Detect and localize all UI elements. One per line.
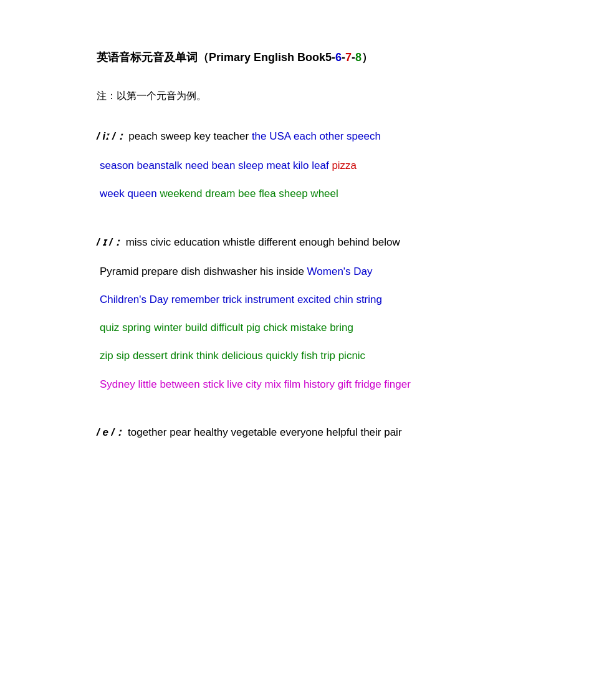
title-book5: 5 bbox=[325, 51, 332, 64]
section-i: / ɪ /： miss civic education whistle diff… bbox=[97, 234, 492, 393]
i-line5-green: zip sip dessert drink think delicious qu… bbox=[100, 350, 365, 362]
title-suffix: ） bbox=[362, 51, 373, 64]
i-line2-womens: Women's Day bbox=[307, 266, 373, 277]
phoneme-i-line1: / ɪ /： miss civic education whistle diff… bbox=[97, 234, 492, 251]
ii-line2-blue: season beanstalk need bean sleep meat ki… bbox=[100, 160, 332, 171]
e-line1-black: together pear healthy vegetable everyone… bbox=[128, 426, 401, 438]
title-book6: 6 bbox=[335, 51, 342, 64]
page-title: 英语音标元音及单词（Primary English Book5-6-7-8） bbox=[97, 50, 492, 65]
phoneme-e-line1: / e /： together pear healthy vegetable e… bbox=[97, 424, 492, 441]
i-line3: Children's Day remember trick instrument… bbox=[97, 291, 492, 308]
section-ii: / iː /： peach sweep key teacher the USA … bbox=[97, 128, 492, 203]
ii-line3-green: weekend dream bee flea sheep wheel bbox=[160, 188, 338, 199]
i-line5: zip sip dessert drink think delicious qu… bbox=[97, 347, 492, 364]
section-e: / e /： together pear healthy vegetable e… bbox=[97, 424, 492, 441]
ii-line3-blue1: week queen bbox=[100, 188, 160, 199]
ii-line1-the-usa: the USA bbox=[252, 130, 290, 142]
i-line2-black: Pyramid prepare dish dishwasher his insi… bbox=[100, 266, 307, 277]
ii-line3: week queen weekend dream bee flea sheep … bbox=[97, 185, 492, 202]
i-line6-magenta: Sydney little between stick live city mi… bbox=[100, 378, 411, 390]
ii-line1-each: each other speech bbox=[294, 130, 381, 142]
i-line6: Sydney little between stick live city mi… bbox=[97, 376, 492, 393]
i-line4: quiz spring winter build difficult pig c… bbox=[97, 319, 492, 336]
title-book7: 7 bbox=[345, 51, 352, 64]
phoneme-e-label: / e /： bbox=[97, 426, 125, 438]
title-prefix: 英语音标元音及单词（Primary English Book bbox=[97, 51, 325, 64]
i-line1-black: miss civic education whistle different e… bbox=[126, 236, 400, 248]
phoneme-ii-label: / iː /： bbox=[97, 130, 126, 142]
i-line3-blue: Children's Day remember trick instrument… bbox=[100, 294, 382, 305]
title-book8: 8 bbox=[355, 51, 362, 64]
i-line4-green: quiz spring winter build difficult pig c… bbox=[100, 322, 353, 333]
phoneme-ii-line1: / iː /： peach sweep key teacher the USA … bbox=[97, 128, 492, 145]
ii-line2-pizza: pizza bbox=[332, 160, 357, 171]
ii-line1-black: peach sweep key teacher bbox=[128, 130, 252, 142]
page-container: 英语音标元音及单词（Primary English Book5-6-7-8） 注… bbox=[97, 50, 492, 441]
phoneme-i-label: / ɪ /： bbox=[97, 236, 123, 248]
i-line2: Pyramid prepare dish dishwasher his insi… bbox=[97, 263, 492, 280]
ii-line2: season beanstalk need bean sleep meat ki… bbox=[97, 157, 492, 174]
note-text: 注：以第一个元音为例。 bbox=[97, 90, 492, 103]
